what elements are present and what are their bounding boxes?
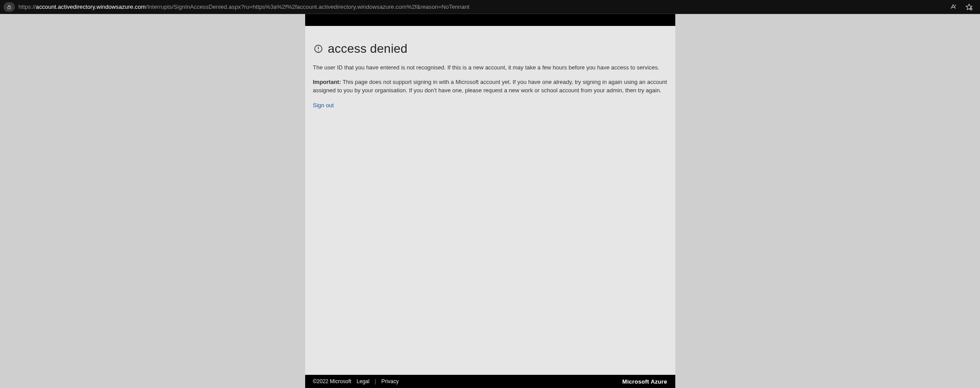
lock-icon: [7, 4, 12, 10]
message-unrecognised: The user ID that you have entered is not…: [313, 64, 667, 72]
page-header-bar: [305, 14, 675, 26]
footer-separator: |: [375, 378, 376, 384]
page-body: access denied The user ID that you have …: [305, 26, 675, 375]
error-icon: [313, 44, 324, 54]
signout-link[interactable]: Sign out: [313, 102, 334, 109]
title-row: access denied: [313, 42, 667, 56]
page-title: access denied: [328, 42, 408, 56]
favorites-button[interactable]: [964, 2, 974, 12]
important-text: This page does not support signing in wi…: [313, 79, 667, 94]
footer-legal-link[interactable]: Legal: [357, 378, 369, 384]
footer-privacy-link[interactable]: Privacy: [382, 378, 399, 384]
read-aloud-button[interactable]: [948, 2, 958, 12]
browser-address-bar: https://account.activedirectory.windowsa…: [0, 0, 980, 14]
svg-rect-0: [8, 7, 11, 9]
site-info-button[interactable]: [4, 2, 15, 12]
footer-copyright: ©2022 Microsoft: [313, 378, 352, 384]
url-path: /Interrupts/SignInAccessDenied.aspx?ru=h…: [146, 4, 469, 10]
page-panel: access denied The user ID that you have …: [305, 14, 675, 388]
message-important: Important: This page does not support si…: [313, 78, 667, 95]
star-icon: [965, 3, 973, 11]
important-label: Important:: [313, 79, 341, 85]
svg-point-4: [318, 50, 319, 51]
address-bar-actions: [948, 2, 976, 12]
viewport: access denied The user ID that you have …: [0, 14, 980, 388]
footer-brand: Microsoft Azure: [622, 379, 667, 384]
url-prefix: https://: [18, 4, 36, 10]
address-bar-url[interactable]: https://account.activedirectory.windowsa…: [18, 4, 945, 10]
url-host: account.activedirectory.windowsazure.com: [36, 4, 146, 10]
page-footer: ©2022 Microsoft Legal | Privacy Microsof…: [305, 375, 675, 388]
read-aloud-icon: [949, 3, 957, 11]
